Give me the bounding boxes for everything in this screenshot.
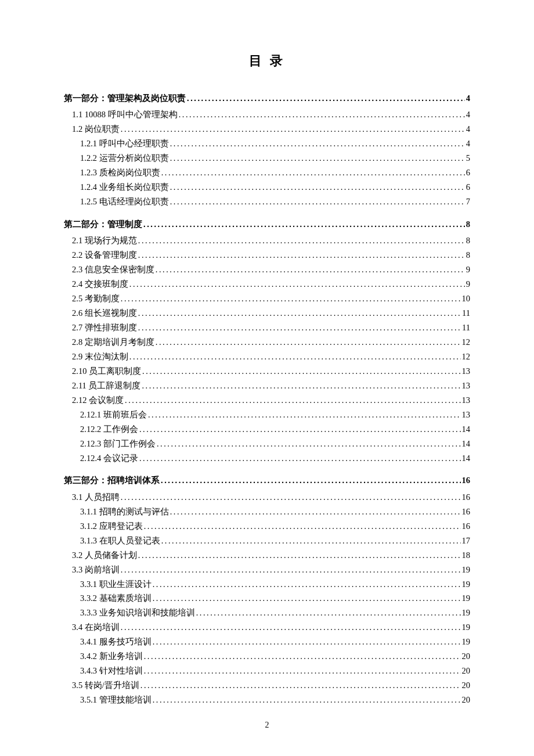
toc-entry-page: 11 <box>462 307 470 319</box>
toc-entry-label: 1.2.1 呼叫中心经理职责 <box>80 137 169 150</box>
toc-entry: 3.5.1 管理技能培训20 <box>80 693 470 706</box>
toc-entry: 2.12 会议制度13 <box>72 394 470 406</box>
toc-entry: 3.4.1 服务技巧培训19 <box>80 635 470 648</box>
toc-entry-page: 10 <box>462 292 471 305</box>
toc-entry: 3.4 在岗培训19 <box>72 621 470 633</box>
toc-entry-label: 2.9 末位淘汰制 <box>72 350 128 363</box>
toc-entry: 3.1.2 应聘登记表16 <box>80 520 470 532</box>
toc-entry-page: 19 <box>462 606 471 619</box>
toc-entry: 第一部分：管理架构及岗位职责4 <box>64 92 470 105</box>
toc-entry-label: 2.2 设备管理制度 <box>72 249 137 261</box>
toc-entry-label: 2.8 定期培训月考制度 <box>72 336 154 348</box>
toc-entry-label: 3.1.1 招聘的测试与评估 <box>80 505 169 518</box>
toc-entry: 2.12.1 班前班后会13 <box>80 408 470 421</box>
toc-leader-dots <box>153 635 461 648</box>
toc-leader-dots <box>148 408 461 421</box>
toc-entry-label: 3.3 岗前培训 <box>72 563 120 576</box>
toc-entry: 3.3.2 基础素质培训19 <box>80 592 470 604</box>
toc-entry-label: 3.1 人员招聘 <box>72 491 120 503</box>
toc-entry-label: 3.5.1 管理技能培训 <box>80 693 151 706</box>
toc-leader-dots <box>139 452 461 465</box>
toc-entry-page: 20 <box>462 679 471 692</box>
toc-entry: 3.4.2 新业务培训20 <box>80 650 470 663</box>
toc-entry: 2.3 信息安全保密制度9 <box>72 263 470 276</box>
toc-entry-page: 9 <box>466 263 470 276</box>
toc-leader-dots <box>144 650 461 663</box>
toc-entry-page: 13 <box>462 379 471 392</box>
toc-leader-dots <box>170 505 461 518</box>
toc-entry-label: 2.12.2 工作例会 <box>80 423 138 435</box>
toc-entry: 3.1.3 在职人员登记表17 <box>80 534 470 547</box>
toc-leader-dots <box>153 693 461 706</box>
toc-entry-label: 3.3.3 业务知识培训和技能培训 <box>80 606 195 619</box>
toc-entry-page: 4 <box>466 123 470 135</box>
toc-leader-dots <box>161 166 465 179</box>
toc-entry-label: 3.3.1 职业生涯设计 <box>80 578 151 591</box>
toc-leader-dots <box>153 578 461 591</box>
toc-entry-label: 2.12.3 部门工作例会 <box>80 437 156 450</box>
toc-entry-page: 12 <box>462 336 471 348</box>
toc-entry: 3.3 岗前培训19 <box>72 563 470 576</box>
toc-leader-dots <box>156 336 461 348</box>
toc-entry: 3.3.3 业务知识培训和技能培训19 <box>80 606 470 619</box>
toc-entry-page: 14 <box>462 437 471 450</box>
toc-entry-label: 2.11 员工辞退制度 <box>72 379 140 392</box>
toc-entry-page: 19 <box>462 621 471 633</box>
toc-entry: 2.10 员工离职制度13 <box>72 365 470 377</box>
toc-leader-dots <box>144 520 461 532</box>
toc-leader-dots <box>121 563 461 576</box>
toc-entry: 2.2 设备管理制度8 <box>72 249 470 261</box>
toc-leader-dots <box>170 137 465 150</box>
toc-entry-label: 3.3.2 基础素质培训 <box>80 592 151 604</box>
toc-leader-dots <box>170 195 465 208</box>
toc-title: 目 录 <box>64 52 470 70</box>
toc-leader-dots <box>143 218 465 231</box>
toc-leader-dots <box>161 534 461 547</box>
toc-entry-page: 13 <box>462 408 471 421</box>
toc-entry: 1.2.4 业务组长岗位职责6 <box>80 181 470 193</box>
toc-entry: 第三部分：招聘培训体系16 <box>64 474 470 487</box>
toc-entry-label: 1.2.4 业务组长岗位职责 <box>80 181 169 193</box>
toc-entry: 1.1 10088 呼叫中心管理架构4 <box>72 108 470 121</box>
toc-entry-page: 17 <box>462 534 471 547</box>
toc-entry: 3.4.3 针对性培训20 <box>80 664 470 677</box>
toc-leader-dots <box>129 278 465 290</box>
toc-leader-dots <box>157 437 461 450</box>
toc-entry-label: 3.2 人员储备计划 <box>72 549 137 561</box>
toc-entry-page: 19 <box>462 563 471 576</box>
toc-entry-page: 5 <box>466 152 470 164</box>
toc-leader-dots <box>196 606 461 619</box>
toc-leader-dots <box>156 263 465 276</box>
toc-entry-page: 16 <box>462 505 471 518</box>
toc-entry: 2.12.4 会议记录14 <box>80 452 470 465</box>
toc-leader-dots <box>153 592 461 604</box>
toc-entry-page: 7 <box>466 195 470 208</box>
toc-leader-dots <box>121 292 461 305</box>
toc-entry-label: 2.5 考勤制度 <box>72 292 120 305</box>
toc-entry: 1.2.5 电话经理岗位职责7 <box>80 195 470 208</box>
toc-entry-label: 2.1 现场行为规范 <box>72 234 137 247</box>
toc-entry: 3.1.1 招聘的测试与评估16 <box>80 505 470 518</box>
page-number: 2 <box>0 721 534 730</box>
toc-leader-dots <box>121 123 465 135</box>
toc-entry: 2.6 组长巡视制度11 <box>72 307 470 319</box>
toc-leader-dots <box>138 234 465 247</box>
toc-entry-page: 13 <box>462 365 471 377</box>
toc-entry-page: 6 <box>466 166 470 179</box>
toc-entry-page: 20 <box>462 693 471 706</box>
toc-entry: 3.3.1 职业生涯设计19 <box>80 578 470 591</box>
toc-leader-dots <box>129 350 461 363</box>
toc-leader-dots <box>138 549 461 561</box>
toc-leader-dots <box>125 394 461 406</box>
toc-entry: 1.2.3 质检岗岗位职责6 <box>80 166 470 179</box>
toc-entry-page: 19 <box>462 592 471 604</box>
toc-entry: 2.8 定期培训月考制度12 <box>72 336 470 348</box>
toc-entry-page: 8 <box>466 234 470 247</box>
toc-leader-dots <box>139 423 461 435</box>
toc-leader-dots <box>144 664 461 677</box>
toc-leader-dots <box>138 249 465 261</box>
toc-entry-page: 18 <box>462 549 471 561</box>
toc-entry-label: 3.5 转岗/晋升培训 <box>72 679 139 692</box>
toc-leader-dots <box>142 365 461 377</box>
toc-entry: 3.2 人员储备计划18 <box>72 549 470 561</box>
